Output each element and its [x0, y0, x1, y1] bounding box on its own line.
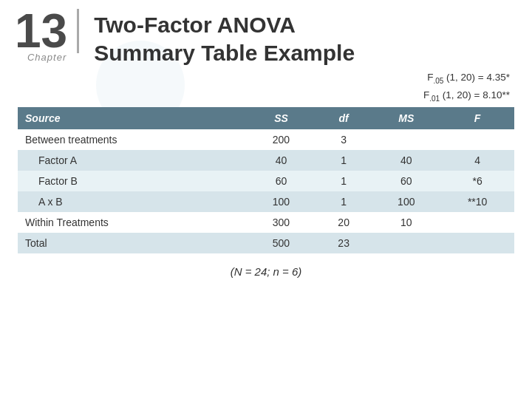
row-ss: 60: [247, 171, 316, 191]
row-f: [440, 212, 514, 233]
row-ss: 40: [247, 150, 316, 171]
col-header-ss: SS: [247, 107, 316, 129]
row-ms: 100: [372, 191, 440, 212]
table-row: Factor B 60 1 60 *6: [18, 171, 514, 191]
row-df: 23: [316, 233, 372, 253]
row-ss: 200: [247, 129, 316, 150]
row-df: 1: [316, 191, 372, 212]
row-ms: [372, 129, 440, 150]
row-label: Total: [18, 233, 247, 253]
col-header-f: F: [440, 107, 514, 129]
row-ms: [372, 233, 440, 253]
row-ss: 300: [247, 212, 316, 233]
row-f: 4: [440, 150, 514, 171]
row-ms: 10: [372, 212, 440, 233]
row-label: Between treatments: [18, 129, 247, 150]
row-df: 1: [316, 150, 372, 171]
row-label: Factor B: [18, 171, 247, 191]
col-header-ms: MS: [372, 107, 440, 129]
row-ss: 500: [247, 233, 316, 253]
row-df: 3: [316, 129, 372, 150]
row-f: [440, 233, 514, 253]
row-label: A x B: [18, 191, 247, 212]
table-row: A x B 100 1 100 **10: [18, 191, 514, 212]
col-header-df: df: [316, 107, 372, 129]
row-label: Factor A: [18, 150, 247, 171]
table-row: Factor A 40 1 40 4: [18, 150, 514, 171]
row-f: *6: [440, 171, 514, 191]
row-df: 20: [316, 212, 372, 233]
table-row: Between treatments 200 3: [18, 129, 514, 150]
row-f: **10: [440, 191, 514, 212]
table-row: Within Treatments 300 20 10: [18, 212, 514, 233]
anova-table: Source SS df MS F Between treatments 200…: [18, 107, 514, 253]
formula-area: F.05 (1, 20) = 4.35* F.01 (1, 20) = 8.10…: [0, 66, 532, 104]
col-header-source: Source: [18, 107, 247, 129]
anova-table-container: Source SS df MS F Between treatments 200…: [0, 104, 532, 253]
page-title: Two-Factor ANOVA Summary Table Example: [94, 11, 355, 66]
row-f: [440, 129, 514, 150]
table-note: (N = 24; n = 6): [0, 253, 532, 278]
row-ms: 60: [372, 171, 440, 191]
row-ms: 40: [372, 150, 440, 171]
chapter-label: Chapter: [27, 52, 66, 63]
chapter-number: 13: [15, 7, 67, 55]
row-ss: 100: [247, 191, 316, 212]
row-df: 1: [316, 171, 372, 191]
row-label: Within Treatments: [18, 212, 247, 233]
table-row: Total 500 23: [18, 233, 514, 253]
